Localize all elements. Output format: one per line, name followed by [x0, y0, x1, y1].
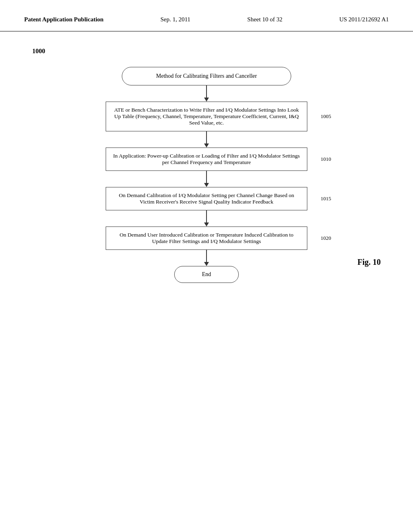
publication-label: Patent Application Publication: [24, 16, 104, 23]
figure-label: 1000: [32, 48, 381, 55]
arrow-2: [204, 131, 209, 148]
step-1020-label: 1020: [321, 235, 331, 241]
step-1015-label: 1015: [321, 195, 331, 202]
arrow-head-4: [204, 222, 209, 227]
arrow-line-3: [206, 171, 207, 183]
end-label: End: [202, 271, 211, 277]
flowchart: Method for Calibrating Filters and Cance…: [32, 67, 381, 283]
page-content: 1000 Method for Calibrating Filters and …: [0, 31, 413, 299]
arrow-4: [204, 210, 209, 227]
step-1005-text: ATE or Bench Characterization to Write F…: [114, 107, 299, 126]
arrow-head-2: [204, 143, 209, 148]
sheet-label: Sheet 10 of 32: [247, 16, 282, 23]
step-1020-text: On Demand User Introduced Calibration or…: [119, 232, 293, 244]
step-1015: On Demand Calibration of I/Q Modulator S…: [106, 187, 307, 210]
arrow-1: [204, 85, 209, 102]
arrow-head-3: [204, 183, 209, 187]
arrow-5: [204, 250, 209, 266]
arrow-head-5: [204, 262, 209, 266]
start-box: Method for Calibrating Filters and Cance…: [122, 67, 291, 85]
step-1005-label: 1005: [321, 113, 331, 120]
step-1020: On Demand User Introduced Calibration or…: [106, 227, 307, 250]
patent-number: US 2011/212692 A1: [339, 16, 389, 23]
arrow-line-5: [206, 250, 207, 262]
step-1010: In Application: Power-up Calibration or …: [106, 148, 307, 171]
fig-caption: Fig. 10: [357, 258, 381, 267]
step-1010-text: In Application: Power-up Calibration or …: [113, 153, 300, 165]
step-1005: ATE or Bench Characterization to Write F…: [106, 102, 307, 131]
page-header: Patent Application Publication Sep. 1, 2…: [0, 0, 413, 31]
step-1010-label: 1010: [321, 156, 331, 162]
end-box: End: [174, 266, 239, 283]
start-label: Method for Calibrating Filters and Cance…: [156, 73, 257, 79]
arrow-line-2: [206, 131, 207, 143]
arrow-line-1: [206, 85, 207, 98]
arrow-3: [204, 171, 209, 187]
arrow-line-4: [206, 210, 207, 222]
arrow-head-1: [204, 98, 209, 102]
step-1015-text: On Demand Calibration of I/Q Modulator S…: [119, 192, 294, 205]
date-label: Sep. 1, 2011: [161, 16, 190, 23]
